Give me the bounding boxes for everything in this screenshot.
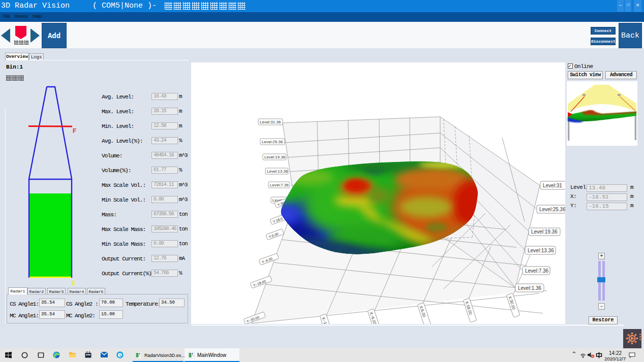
svg-text:Level:25.36: Level:25.36	[539, 207, 565, 212]
svg-text:Level:31.36: Level:31.36	[260, 120, 281, 124]
svg-text:Level:7.36: Level:7.36	[525, 268, 549, 274]
svg-text:E: E	[72, 280, 75, 287]
svg-text:Level:13.36: Level:13.36	[528, 248, 554, 253]
svg-text:Level:31: Level:31	[543, 183, 562, 188]
svg-text:Level:13.36: Level:13.36	[267, 169, 288, 174]
svg-text:Level:7.36: Level:7.36	[270, 183, 289, 187]
svg-text:F: F	[73, 127, 76, 135]
svg-text:Level:25.36: Level:25.36	[262, 140, 283, 144]
svg-text:Level:19.36: Level:19.36	[531, 229, 558, 235]
svg-text:Level:1.36: Level:1.36	[518, 285, 542, 291]
svg-text:Level:19.36: Level:19.36	[264, 155, 286, 159]
